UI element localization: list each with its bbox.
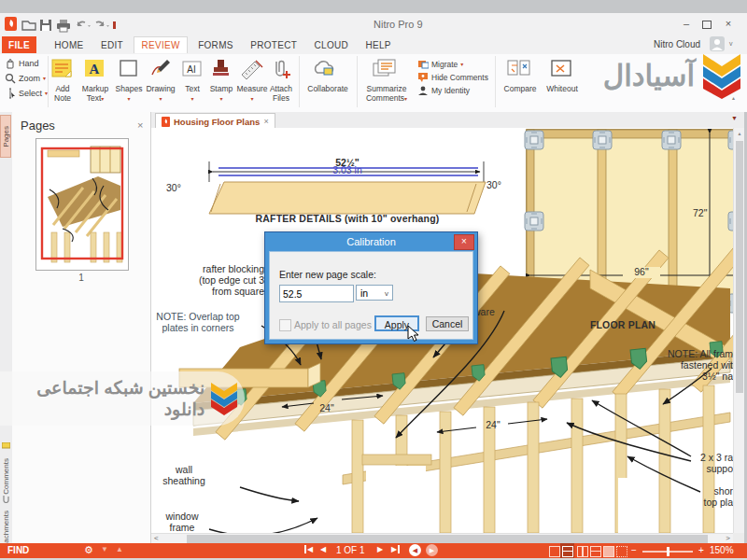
attach-files-button[interactable]: AttachFiles xyxy=(267,58,295,103)
rafter-caption: RAFTER DETAILS (with 10" overhang) xyxy=(235,214,459,225)
my-identity-button[interactable]: My Identity xyxy=(418,86,470,95)
first-page-icon[interactable]: ◀ xyxy=(304,545,313,553)
drawing-button[interactable]: Drawing▾ xyxy=(145,58,176,103)
redo-icon xyxy=(96,21,104,26)
horizontal-scroll-thumb[interactable] xyxy=(187,535,708,543)
zoom-icon xyxy=(5,73,16,84)
collaborate-icon xyxy=(312,58,344,80)
tab-scroll-icon[interactable]: ▼ xyxy=(731,115,738,121)
last-page-icon[interactable]: ▶ xyxy=(391,545,400,553)
print-icon xyxy=(57,20,70,32)
view-fullscreen-icon[interactable] xyxy=(603,546,614,557)
hand-icon xyxy=(5,58,16,69)
apply-all-checkbox[interactable] xyxy=(279,319,291,331)
watermark-tagline: نخستین شبکه اجتماعی دانلود xyxy=(0,371,245,426)
compare-button[interactable]: Compare xyxy=(500,58,540,93)
migrate-button[interactable]: Migrate▾ xyxy=(418,60,463,69)
undo-icon xyxy=(78,21,85,26)
attach-files-icon xyxy=(269,58,293,80)
paperclip-icon xyxy=(2,495,10,503)
drawing-icon xyxy=(148,58,173,80)
tab-edit[interactable]: EDIT xyxy=(94,36,130,53)
angle-left: 30° xyxy=(166,183,181,194)
text-icon: AI xyxy=(181,58,204,80)
find-label[interactable]: FIND xyxy=(7,545,29,555)
next-page-icon[interactable]: ▶ xyxy=(377,545,383,553)
watermark-brand-logo: آسیادال xyxy=(555,49,741,103)
status-bar: FIND ⚙ ▼ ▲ ◀ ◀ 1 OF 1 ▶ ▶ ◀ ▶ − + 150% xyxy=(0,543,747,558)
zoom-tool[interactable]: Zoom▾ xyxy=(5,73,46,84)
sidebar-tab-pages[interactable]: Pages xyxy=(0,115,11,158)
document-tab[interactable]: Housing Floor Plans × xyxy=(155,113,275,129)
dropdown-caret-icon: v xyxy=(385,286,388,301)
floorplan-caption: FLOOR PLAN xyxy=(567,320,679,331)
find-settings-gear-icon[interactable]: ⚙ xyxy=(84,544,93,556)
markup-text-button[interactable]: A MarkupText▾ xyxy=(79,58,111,103)
dialog-close-button[interactable]: × xyxy=(454,234,474,250)
pdf-doc-icon xyxy=(162,117,170,127)
pages-panel-close-icon[interactable]: × xyxy=(137,119,143,131)
view-facing-continuous-icon[interactable] xyxy=(590,546,601,557)
zoom-slider-thumb[interactable] xyxy=(667,547,669,556)
tab-help[interactable]: HELP xyxy=(359,36,398,53)
dialog-title: Calibration xyxy=(265,232,477,251)
unit-dropdown[interactable]: in v xyxy=(356,285,393,301)
scale-input[interactable] xyxy=(279,285,354,302)
open-icon xyxy=(22,21,35,30)
account-caret-icon[interactable]: v xyxy=(729,40,733,47)
find-next-icon[interactable]: ▼ xyxy=(101,545,108,553)
titlebar: Nitro Pro 9 – × xyxy=(0,13,747,35)
minimize-button[interactable]: – xyxy=(677,18,696,29)
shapes-button[interactable]: Shapes▾ xyxy=(114,58,144,103)
quick-access-toolbar[interactable] xyxy=(5,16,117,33)
cancel-button[interactable]: Cancel xyxy=(426,316,469,331)
hand-tool[interactable]: Hand xyxy=(5,58,39,69)
download-arrow-small-icon xyxy=(210,382,237,415)
select-tool[interactable]: Select▾ xyxy=(5,88,48,99)
tab-forms[interactable]: FORMS xyxy=(191,36,240,53)
previous-page-icon[interactable]: ◀ xyxy=(320,545,326,553)
maximize-button[interactable] xyxy=(702,21,712,29)
calibration-dialog[interactable]: Calibration × Enter new page scale: in v… xyxy=(264,231,478,344)
tagline-text: نخستین شبکه اجتماعی دانلود xyxy=(0,377,204,420)
tab-home[interactable]: HOME xyxy=(48,36,90,53)
label-rafter-blocking: rafter blocking(top edge cut 3from squar… xyxy=(189,264,264,297)
view-facing-icon-r[interactable] xyxy=(583,546,588,557)
hide-comments-button[interactable]: Hide Comments xyxy=(418,73,488,82)
scroll-right-icon: > xyxy=(726,534,730,542)
tab-cloud[interactable]: CLOUD xyxy=(308,36,356,53)
tab-file[interactable]: FILE xyxy=(2,36,36,53)
tab-protect[interactable]: PROTECT xyxy=(244,36,303,53)
summarize-comments-button[interactable]: SummarizeComments▾ xyxy=(362,58,411,103)
dim-96: 96" xyxy=(623,267,660,278)
zoom-in-icon[interactable]: + xyxy=(698,545,704,555)
measure-button[interactable]: Measure▾ xyxy=(235,58,269,103)
nitro-logo-icon xyxy=(5,17,17,31)
history-back-button[interactable]: ◀ xyxy=(409,544,421,556)
dim-measurement[interactable]: 3.03 in xyxy=(291,165,403,176)
text-button[interactable]: AI Text▾ xyxy=(179,58,205,103)
zoom-level[interactable]: 150% xyxy=(710,545,734,555)
document-tab-close-icon[interactable]: × xyxy=(263,117,268,126)
view-single-page-icon[interactable] xyxy=(549,546,560,557)
zoom-out-icon[interactable]: − xyxy=(631,545,637,555)
vertical-scroll-thumb[interactable] xyxy=(736,141,743,393)
add-note-button[interactable]: AddNote xyxy=(49,58,76,103)
history-forward-button[interactable]: ▶ xyxy=(426,544,438,556)
tab-review[interactable]: REVIEW xyxy=(134,36,187,53)
view-grid-icon[interactable] xyxy=(616,546,627,557)
page-thumbnail[interactable] xyxy=(35,138,129,271)
sidebar-tab-comments[interactable]: Comments xyxy=(1,452,11,500)
close-button[interactable]: × xyxy=(719,18,738,29)
view-continuous-active[interactable] xyxy=(560,543,574,558)
document-tab-label: Housing Floor Plans xyxy=(174,117,260,127)
page-indicator[interactable]: 1 OF 1 xyxy=(336,545,365,555)
label-support: 2 x 3 rasuppo xyxy=(674,453,733,475)
markup-text-icon: A xyxy=(83,58,107,80)
angle-right: 30° xyxy=(486,180,501,191)
collaborate-button[interactable]: Collaborate xyxy=(304,58,351,93)
dim-24-first: 24" xyxy=(308,403,345,414)
brand-text: آسیادال xyxy=(603,59,695,93)
stamp-button[interactable]: Stamp▾ xyxy=(207,58,235,103)
find-prev-icon[interactable]: ▲ xyxy=(116,545,123,553)
